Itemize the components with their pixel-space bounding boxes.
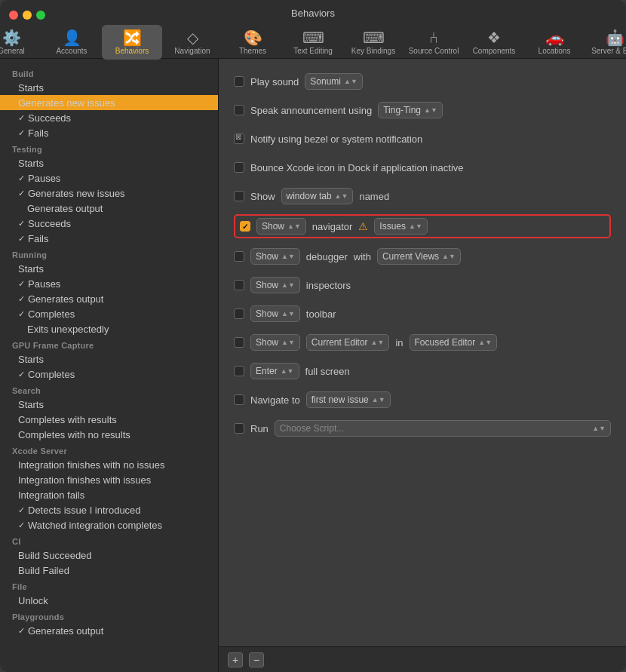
dropdown-show-debugger[interactable]: Show ▲▼ [250, 248, 300, 265]
sidebar-item-build-starts[interactable]: Starts [0, 80, 218, 95]
row-play-sound: Play sound Sonumi ▲▼ [234, 71, 611, 92]
maximize-button[interactable] [36, 11, 45, 20]
sidebar-item-running-pauses[interactable]: ✓Pauses [0, 276, 218, 291]
checkbox-show-debugger[interactable] [234, 251, 244, 262]
toolbar-label-source-control: Source Control [409, 47, 459, 55]
sidebar-item-running-completes[interactable]: ✓Completes [0, 306, 218, 321]
sidebar-item-testing-fails[interactable]: ✓Fails [0, 231, 218, 246]
dropdown-show-navigator[interactable]: Show ▲▼ [256, 218, 306, 235]
checkbox-show-toolbar[interactable] [234, 308, 244, 319]
toolbar-item-navigation[interactable]: ◇ Navigation [162, 25, 222, 60]
dropdown-current-views[interactable]: Current Views ▲▼ [377, 248, 461, 265]
sidebar-item-xs-no-issues[interactable]: Integration finishes with no issues [0, 457, 218, 472]
checkbox-show-editor[interactable] [234, 337, 244, 348]
toolbar-item-server-bots[interactable]: 🤖 Server & Bots [585, 25, 626, 60]
dropdown-issues[interactable]: Issues ▲▼ [374, 218, 428, 235]
sidebar-group-playgrounds: Playgrounds [0, 608, 218, 623]
checkbox-show-window[interactable] [234, 191, 244, 201]
sidebar-item-ci-succeeded[interactable]: Build Succeeded [0, 548, 218, 563]
sidebar-item-running-generates-output[interactable]: ✓Generates output [0, 291, 218, 306]
sidebar-item-search-starts[interactable]: Starts [0, 397, 218, 412]
label-named: named [359, 191, 389, 202]
toolbar-item-text-editing[interactable]: ⌨ Text Editing [283, 25, 343, 60]
minimize-button[interactable] [23, 11, 32, 20]
dropdown-choose-script[interactable]: Choose Script... ▲▼ [275, 420, 611, 437]
label-run: Run [250, 423, 269, 434]
toolbar-item-locations[interactable]: 🚗 Locations [524, 25, 585, 60]
checkbox-show-navigator[interactable] [240, 221, 250, 232]
sidebar-item-testing-generates-new-issues[interactable]: ✓Generates new issues [0, 186, 218, 201]
sidebar-item-build-succeeds[interactable]: ✓Succeeds [0, 110, 218, 125]
sidebar-item-playgrounds-generates-output[interactable]: ✓Generates output [0, 623, 218, 638]
toolbar-item-general[interactable]: ⚙️ General [0, 25, 41, 60]
sidebar-item-xs-with-issues[interactable]: Integration finishes with issues [0, 472, 218, 487]
sidebar-item-testing-starts[interactable]: Starts [0, 155, 218, 170]
key-bindings-icon: ⌨ [363, 30, 385, 45]
sidebar-group-search: Search [0, 382, 218, 397]
dropdown-show-inspectors[interactable]: Show ▲▼ [250, 277, 300, 293]
sidebar-group-gpu: GPU Frame Capture [0, 336, 218, 351]
main-content: Build Starts Generates new issues ✓Succe… [0, 59, 626, 672]
add-button[interactable]: + [228, 652, 243, 667]
checkbox-show-inspectors[interactable] [234, 280, 244, 290]
sidebar-item-gpu-starts[interactable]: Starts [0, 351, 218, 367]
checkbox-speak-announcement[interactable] [234, 105, 244, 115]
dropdown-show-editor[interactable]: Show ▲▼ [250, 334, 300, 351]
dropdown-focused-editor[interactable]: Focused Editor ▲▼ [410, 334, 498, 351]
remove-button[interactable]: − [249, 652, 264, 667]
right-panel: Play sound Sonumi ▲▼ Speak announcement … [219, 59, 626, 646]
sidebar-item-build-fails[interactable]: ✓Fails [0, 125, 218, 140]
row-show-navigator: Show ▲▼ navigator ⚠ Issues ▲▼ [234, 214, 611, 238]
chevron-down-icon: ▲▼ [287, 222, 301, 230]
dropdown-window-tab[interactable]: window tab ▲▼ [281, 188, 354, 204]
checkbox-play-sound[interactable] [234, 76, 244, 87]
sidebar-item-file-unlock[interactable]: Unlock [0, 593, 218, 608]
dropdown-current-editor[interactable]: Current Editor ▲▼ [306, 334, 390, 351]
sidebar-item-testing-generates-output[interactable]: Generates output [0, 201, 218, 216]
toolbar-item-key-bindings[interactable]: ⌨ Key Bindings [343, 25, 404, 60]
row-show-inspectors: Show ▲▼ inspectors [234, 275, 611, 296]
dropdown-enter[interactable]: Enter ▲▼ [250, 363, 299, 379]
window-title: Behaviors [291, 8, 335, 19]
close-button[interactable] [9, 11, 18, 20]
toolbar-item-themes[interactable]: 🎨 Themes [222, 25, 283, 60]
checkbox-enter-fullscreen[interactable] [234, 366, 244, 376]
checkbox-navigate-to[interactable] [234, 394, 244, 405]
components-icon: ❖ [487, 30, 501, 45]
sidebar-item-gpu-completes[interactable]: ✓Completes [0, 367, 218, 382]
sidebar-item-search-completes-no-results[interactable]: Completes with no results [0, 427, 218, 442]
sidebar-item-xs-fails[interactable]: Integration fails [0, 487, 218, 502]
sidebar-item-xs-watched[interactable]: ✓Watched integration completes [0, 517, 218, 532]
row-show-editor: Show ▲▼ Current Editor ▲▼ in Focused Edi… [234, 332, 611, 353]
checkbox-bounce-xcode[interactable] [234, 162, 244, 173]
locations-icon: 🚗 [545, 30, 564, 45]
toolbar-label-behaviors: Behaviors [115, 47, 149, 55]
toolbar: ⚙️ General 👤 Accounts 🔀 Behaviors ◇ Navi… [0, 25, 626, 60]
dropdown-sound[interactable]: Sonumi ▲▼ [305, 73, 363, 90]
dropdown-first-new-issue[interactable]: first new issue ▲▼ [306, 391, 391, 408]
chevron-down-icon: ▲▼ [281, 367, 294, 375]
toolbar-label-locations: Locations [539, 47, 571, 55]
sidebar-item-testing-pauses[interactable]: ✓Pauses [0, 170, 218, 186]
sidebar-item-build-generates-new-issues[interactable]: Generates new issues [0, 95, 218, 110]
warning-icon: ⚠ [358, 220, 368, 232]
toolbar-item-components[interactable]: ❖ Components [464, 25, 524, 60]
sidebar-item-search-completes-results[interactable]: Completes with results [0, 412, 218, 427]
label-navigator: navigator [312, 221, 352, 232]
chevron-down-icon: ▲▼ [371, 339, 385, 346]
dropdown-voice[interactable]: Ting-Ting ▲▼ [378, 102, 443, 118]
row-show-debugger: Show ▲▼ debugger with Current Views ▲▼ [234, 246, 611, 267]
sidebar-item-xs-detects-issue[interactable]: ✓Detects issue I introduced [0, 502, 218, 517]
sidebar-item-ci-failed[interactable]: Build Failed [0, 563, 218, 578]
sidebar-item-testing-succeeds[interactable]: ✓Succeeds [0, 216, 218, 231]
toolbar-label-text-editing: Text Editing [293, 47, 333, 55]
checkbox-notify-bezel[interactable]: ⊠ [234, 133, 244, 144]
row-notify-bezel: ⊠ Notify using bezel or system notificat… [234, 128, 611, 149]
sidebar-item-running-exits-unexpectedly[interactable]: Exits unexpectedly [0, 321, 218, 336]
sidebar-item-running-starts[interactable]: Starts [0, 261, 218, 276]
checkbox-run-script[interactable] [234, 423, 244, 434]
toolbar-item-source-control[interactable]: ⑃ Source Control [404, 25, 464, 60]
dropdown-show-toolbar[interactable]: Show ▲▼ [250, 305, 300, 322]
toolbar-item-behaviors[interactable]: 🔀 Behaviors [102, 25, 162, 60]
toolbar-item-accounts[interactable]: 👤 Accounts [41, 25, 102, 60]
